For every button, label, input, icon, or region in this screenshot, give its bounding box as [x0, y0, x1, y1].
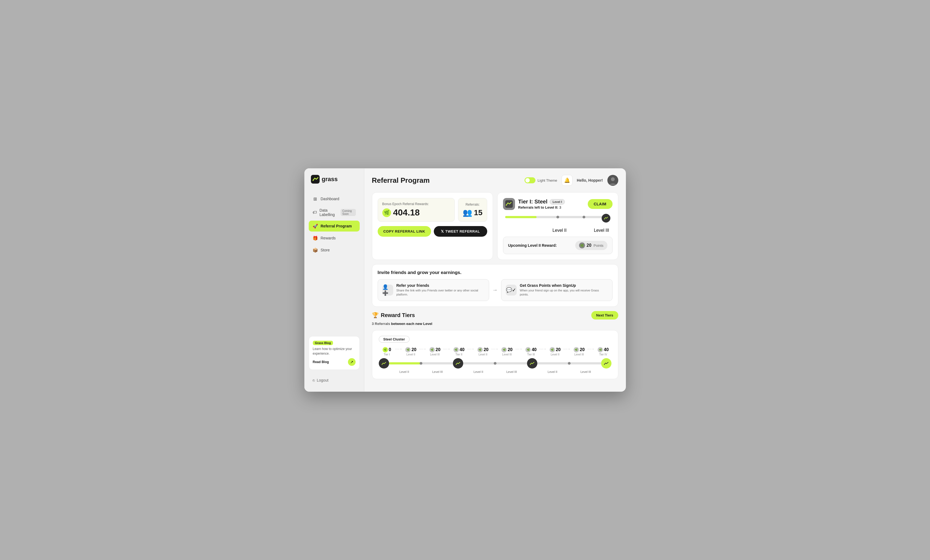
grass-blog-card: Grass Blog Learn how to optimize your ex…: [309, 336, 360, 370]
progress-track: [505, 216, 610, 218]
tiers-cluster-card: Steel Cluster 🌿 0 Tier I ·····→: [372, 330, 618, 379]
next-tiers-button[interactable]: Next Tiers: [591, 311, 618, 320]
theme-toggle[interactable]: Light Theme: [525, 177, 557, 183]
reward-tiers-header: 🏆 Reward Tiers Next Tiers: [372, 311, 618, 320]
seg-dot-2: [494, 362, 496, 365]
store-label: Store: [321, 248, 330, 252]
logout-icon: ⎋: [313, 378, 315, 382]
progress-icon-tier2: [453, 358, 463, 369]
read-blog-label: Read Blog: [313, 360, 329, 364]
sidebar-item-referral[interactable]: 🚀 Referral Program: [309, 221, 360, 232]
invite-title: Invite friends and grow your earnings.: [378, 270, 613, 275]
reward-tiers-label: Reward Tiers: [381, 312, 415, 318]
logout-label: Logout: [317, 378, 329, 382]
prog-label-l3-2: Level III: [506, 370, 517, 374]
progress-icon-tier4: [601, 358, 611, 369]
bonus-actions: COPY REFERRAL LINK 𝕏 TWEET REFERRAL: [378, 226, 487, 237]
prog-label-l2-3: Level II: [548, 370, 557, 374]
progress-bar-area: [505, 216, 610, 227]
tier6-coin: 🌿: [501, 347, 507, 352]
tier3-coin: 🌿: [430, 347, 435, 352]
tier8-label: Level II: [551, 353, 559, 356]
grass-coin-icon: 🌿: [382, 208, 391, 217]
tier-header: Tier I: Steel Level I Referrals left to …: [503, 198, 613, 210]
tier2-label: Level II: [406, 353, 415, 356]
connector-4: ·····→: [467, 347, 475, 356]
invite-step-1: 👤➕ Refer your friends Share the link wit…: [378, 279, 489, 301]
seg-empty-3: [495, 362, 527, 365]
sidebar-item-data-labelling[interactable]: 🏷 Data Labelling Coming Soon: [309, 205, 360, 220]
main-content: Referral Program Light Theme 🔔 Hello, Ho…: [364, 168, 626, 392]
rewards-icon: 🎁: [313, 235, 318, 241]
referrals-box: Referrals: 👥 15: [458, 198, 487, 222]
toggle-switch[interactable]: [525, 177, 536, 183]
tiers-amounts-row: 🌿 0 Tier I ·····→ 🌿 20: [379, 347, 611, 356]
rewards-label: Rewards: [321, 236, 336, 240]
points-coin-icon: 🌿: [579, 242, 585, 248]
svg-point-10: [604, 364, 605, 365]
connector-6: ·····→: [515, 347, 523, 356]
connector-5: ·····→: [491, 347, 499, 356]
connector-3: ·····→: [443, 347, 451, 356]
step1-desc: Share the link with you Friends over twi…: [396, 288, 485, 297]
points-badge: 🌿 20 Points: [575, 241, 607, 250]
svg-point-8: [456, 364, 456, 365]
dashboard-label: Dashboard: [321, 197, 340, 201]
tier10-label: Tier IV: [599, 353, 607, 356]
tier-point-2: 🌿 20 Level II: [403, 347, 419, 356]
seg-fill-1: [389, 362, 421, 365]
tweet-referral-button[interactable]: 𝕏 TWEET REFERRAL: [434, 226, 487, 237]
step1-title: Refer your friends: [396, 283, 485, 288]
prog-label-l2-2: Level II: [474, 370, 483, 374]
tier-point-1: 🌿 0 Tier I: [379, 347, 395, 356]
svg-point-3: [611, 177, 615, 181]
tier9-label: Level III: [574, 353, 584, 356]
referral-icon: 🚀: [313, 223, 318, 229]
points-label: Points: [593, 243, 603, 248]
tier5-coin: 🌿: [477, 347, 483, 352]
bonus-label: Bonus Epoch Referral Rewards:: [382, 202, 450, 206]
tiers-progress-track: [379, 358, 611, 369]
grass-blog-desc: Learn how to optimize your experience.: [313, 347, 356, 356]
dashboard-icon: ⊞: [313, 196, 318, 202]
tier-point-7: 🌿 40 Tier III: [523, 347, 539, 356]
sidebar-item-store[interactable]: 📦 Store: [309, 245, 360, 255]
tier-point-9: 🌿 20 Level III: [571, 347, 587, 356]
progress-fill: [505, 216, 537, 218]
store-icon: 📦: [313, 247, 318, 253]
read-blog-button[interactable]: ↗: [348, 358, 356, 366]
tier1-coin: 🌿: [383, 347, 388, 352]
copy-referral-button[interactable]: COPY REFERRAL LINK: [378, 226, 431, 237]
notification-button[interactable]: 🔔: [562, 175, 573, 186]
referral-label: Referral Program: [321, 224, 352, 228]
sidebar-item-rewards[interactable]: 🎁 Rewards: [309, 232, 360, 243]
svg-point-6: [604, 219, 605, 220]
logout-button[interactable]: ⎋ Logout: [309, 375, 360, 385]
connector-2: ·····→: [419, 347, 427, 356]
bonus-amount-box: Bonus Epoch Referral Rewards: 🌿 404.18: [378, 198, 455, 222]
seg-empty-4: [537, 362, 569, 365]
tier-point-4: 🌿 40 Tier II: [451, 347, 467, 356]
seg-dot-3: [568, 362, 571, 365]
sidebar-item-dashboard[interactable]: ⊞ Dashboard: [309, 193, 360, 204]
tier3-label: Level III: [430, 353, 439, 356]
step2-content: Get Grass Points when SignUp When your f…: [520, 283, 608, 297]
tier-icon: [503, 198, 515, 210]
reward-tiers-title: 🏆 Reward Tiers: [372, 312, 415, 318]
tier-subtitle: Referrals left to Level II: 3: [518, 205, 565, 209]
referrals-count: 👥 15: [463, 208, 482, 217]
toggle-knob: [525, 178, 530, 183]
progress-icon-tier1: [379, 358, 389, 369]
tier9-coin: 🌿: [574, 347, 579, 352]
tiers-progress-labels: Level II Level III Level II Level III: [379, 370, 611, 374]
tier-point-10: 🌿 40 Tier IV: [595, 347, 611, 356]
top-row: Bonus Epoch Referral Rewards: 🌿 404.18 R…: [372, 192, 618, 260]
claim-button[interactable]: CLAIM: [588, 199, 613, 209]
tier8-amount: 20: [556, 347, 561, 352]
user-greeting: Hello, Hopper!: [577, 178, 603, 183]
data-labelling-icon: 🏷: [313, 210, 317, 215]
invite-section: Invite friends and grow your earnings. 👤…: [372, 264, 618, 307]
tier10-coin: 🌿: [597, 347, 603, 352]
data-labelling-label: Data Labelling: [320, 208, 337, 217]
connector-8: ·····→: [563, 347, 571, 356]
